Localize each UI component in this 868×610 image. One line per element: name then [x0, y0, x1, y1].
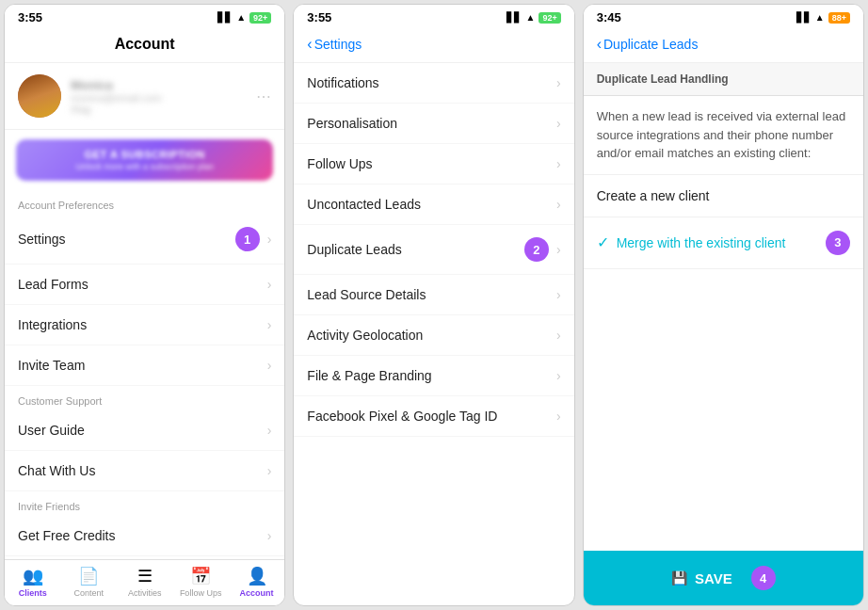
duplicate-leads-label: Duplicate Leads	[307, 242, 401, 257]
section-label-invite-friends: Invite Friends	[5, 491, 284, 516]
badge-4: 4	[751, 566, 776, 590]
tab-account[interactable]: 👤 Account	[229, 566, 284, 598]
subscription-banner[interactable]: GET A SUBSCRIPTION Unlock more with a su…	[16, 139, 273, 181]
signal-icon-1: ▋▋	[217, 12, 233, 23]
chevron-lead-source: ›	[556, 287, 561, 302]
chevron-duplicate: ›	[556, 242, 561, 257]
chevron-user-guide: ›	[267, 423, 272, 438]
chevron-chat: ›	[267, 463, 272, 478]
tab-activities[interactable]: ☰ Activities	[117, 566, 172, 598]
content-tab-label: Content	[73, 588, 104, 598]
chevron-credits: ›	[267, 528, 272, 543]
menu-item-chat[interactable]: Chat With Us ›	[5, 451, 284, 491]
invite-team-label: Invite Team	[18, 358, 85, 373]
chevron-followups: ›	[556, 156, 561, 171]
account-tab-label: Account	[240, 588, 274, 598]
battery-3: 88+	[828, 12, 850, 24]
menu-item-user-guide[interactable]: User Guide ›	[5, 410, 284, 451]
status-icons-3: ▋▋ ▲ 88+	[796, 12, 850, 24]
notifications-label: Notifications	[307, 75, 378, 90]
badge-1: 1	[235, 227, 260, 251]
option-create-new[interactable]: Create a new client	[584, 175, 863, 217]
lead-source-label: Lead Source Details	[307, 287, 426, 302]
branding-label: File & Page Branding	[307, 368, 431, 383]
chevron-notifications: ›	[556, 75, 561, 90]
menu-geolocation[interactable]: Activity Geolocation ›	[294, 315, 573, 356]
settings-header: ‹ Settings	[294, 28, 573, 63]
edit-icon[interactable]: ⋯	[256, 88, 271, 105]
create-new-label: Create a new client	[597, 188, 710, 203]
followups-settings-label: Follow Ups	[307, 156, 372, 171]
chevron-branding: ›	[556, 368, 561, 383]
menu-branding[interactable]: File & Page Branding ›	[294, 356, 573, 396]
save-icon: 💾	[671, 570, 687, 586]
chevron-uncontacted: ›	[556, 197, 561, 212]
chevron-settings: ›	[267, 232, 272, 247]
profile-info: Monica monica@email.com #tag	[71, 78, 247, 115]
menu-followups[interactable]: Follow Ups ›	[294, 144, 573, 185]
phone3-duplicate-leads: 3:45 ▋▋ ▲ 88+ ‹ Duplicate Leads Duplicat…	[583, 4, 864, 606]
menu-notifications[interactable]: Notifications ›	[294, 63, 573, 104]
back-chevron-settings: ‹	[307, 36, 312, 53]
duplicate-description: When a new lead is received via external…	[584, 96, 863, 175]
option-merge[interactable]: ✓ Merge with the existing client 3	[584, 217, 863, 269]
tab-content[interactable]: 📄 Content	[60, 566, 116, 598]
chevron-facebook: ›	[556, 409, 561, 424]
free-credits-label: Get Free Credits	[18, 528, 115, 543]
menu-item-invite-team[interactable]: Invite Team ›	[5, 345, 284, 386]
chevron-lead-forms: ›	[267, 277, 272, 292]
back-button-duplicate[interactable]: ‹ Duplicate Leads	[597, 36, 699, 53]
menu-item-settings[interactable]: Settings 1 ›	[5, 215, 284, 265]
menu-lead-source[interactable]: Lead Source Details ›	[294, 275, 573, 315]
personalisation-label: Personalisation	[307, 116, 397, 131]
status-bar-3: 3:45 ▋▋ ▲ 88+	[584, 5, 863, 28]
menu-item-free-credits[interactable]: Get Free Credits ›	[5, 516, 284, 556]
phone2-settings: 3:55 ▋▋ ▲ 92+ ‹ Settings Notifications ›…	[293, 4, 574, 606]
battery-1: 92+	[249, 12, 271, 24]
save-button[interactable]: 💾 SAVE 4	[584, 551, 863, 605]
duplicate-lead-handling-header: Duplicate Lead Handling	[584, 63, 863, 96]
merge-label: Merge with the existing client	[617, 235, 786, 250]
subscription-title: GET A SUBSCRIPTION	[29, 149, 260, 160]
followups-icon: 📅	[190, 566, 211, 586]
menu-duplicate-leads[interactable]: Duplicate Leads 2 ›	[294, 225, 573, 275]
subscription-subtitle: Unlock more with a subscription plan	[29, 162, 260, 171]
profile-section: Monica monica@email.com #tag ⋯	[5, 63, 284, 130]
chevron-invite-team: ›	[267, 358, 272, 373]
chevron-integrations: ›	[267, 317, 272, 332]
back-label-settings: Settings	[314, 37, 362, 52]
section-label-preferences: Account Preferences	[5, 190, 284, 215]
content-icon: 📄	[78, 566, 99, 586]
time-2: 3:55	[307, 10, 331, 24]
user-guide-label: User Guide	[18, 423, 85, 438]
menu-item-integrations[interactable]: Integrations ›	[5, 305, 284, 345]
tab-clients[interactable]: 👥 Clients	[5, 566, 60, 598]
clients-tab-label: Clients	[19, 588, 47, 598]
menu-item-lead-forms[interactable]: Lead Forms ›	[5, 265, 284, 305]
uncontacted-leads-label: Uncontacted Leads	[307, 197, 421, 212]
back-button-settings[interactable]: ‹ Settings	[307, 36, 362, 53]
phone1-account: 3:55 ▋▋ ▲ 92+ Account Monica monica@emai…	[4, 4, 285, 606]
status-icons-1: ▋▋ ▲ 92+	[217, 12, 271, 24]
status-bar-2: 3:55 ▋▋ ▲ 92+	[294, 5, 573, 28]
back-label-duplicate: Duplicate Leads	[603, 37, 698, 52]
account-icon: 👤	[247, 566, 267, 586]
wifi-icon-1: ▲	[236, 12, 246, 23]
status-icons-2: ▋▋ ▲ 92+	[506, 12, 560, 24]
menu-uncontacted-leads[interactable]: Uncontacted Leads ›	[294, 185, 573, 225]
time-1: 3:55	[18, 10, 42, 24]
avatar-image	[18, 74, 61, 118]
avatar	[18, 74, 61, 118]
chat-label: Chat With Us	[18, 463, 95, 478]
time-3: 3:45	[597, 10, 621, 24]
activities-icon: ☰	[137, 566, 153, 586]
signal-icon-3: ▋▋	[796, 12, 812, 23]
menu-personalisation[interactable]: Personalisation ›	[294, 104, 573, 144]
menu-facebook-pixel[interactable]: Facebook Pixel & Google Tag ID ›	[294, 396, 573, 437]
lead-forms-label: Lead Forms	[18, 277, 88, 292]
tab-followups[interactable]: 📅 Follow Ups	[172, 566, 228, 598]
followups-tab-label: Follow Ups	[180, 588, 222, 598]
wifi-icon-2: ▲	[525, 12, 535, 23]
back-chevron-duplicate: ‹	[597, 36, 602, 53]
signal-icon-2: ▋▋	[506, 12, 522, 23]
